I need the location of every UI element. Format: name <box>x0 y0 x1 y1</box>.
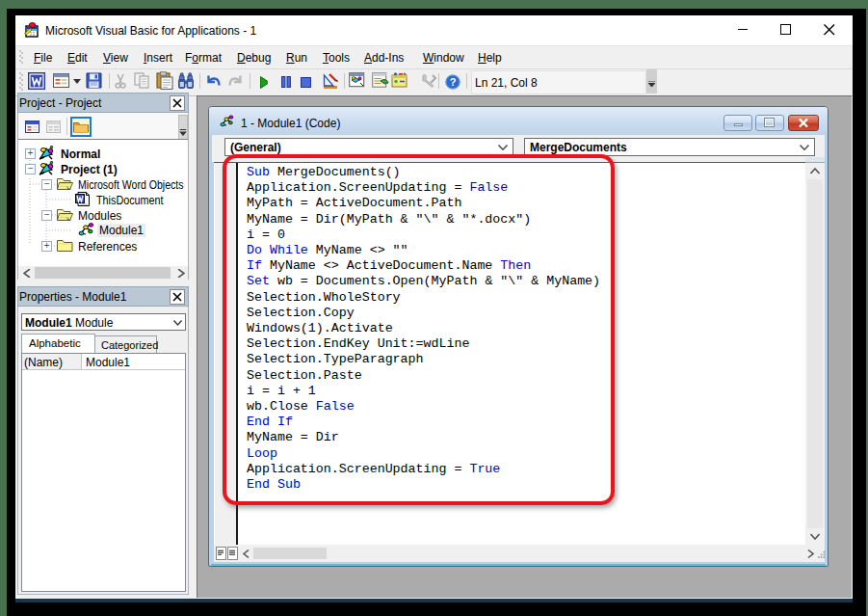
svg-text:?: ? <box>450 76 457 88</box>
